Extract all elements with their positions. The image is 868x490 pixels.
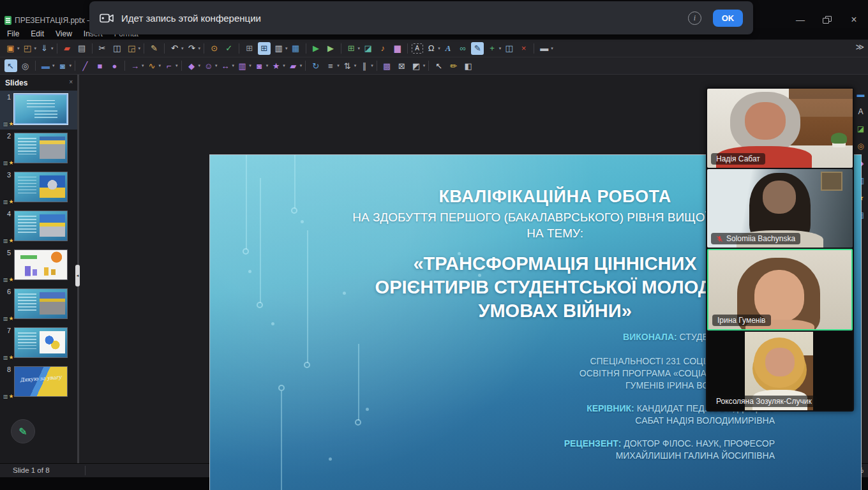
- connectors-icon[interactable]: ⌐: [163, 59, 176, 72]
- slide-thumbnail-row-3[interactable]: 3★: [0, 168, 77, 207]
- image-filter-dropdown-icon[interactable]: ▾: [423, 63, 426, 68]
- curves-and-polygons-icon[interactable]: ∿: [146, 59, 158, 72]
- undo-dropdown-icon[interactable]: ▾: [181, 46, 184, 51]
- callout-shapes-icon[interactable]: ◙: [253, 59, 266, 72]
- insert-media-icon[interactable]: ♪: [377, 42, 389, 55]
- crop-image-icon[interactable]: ⊠: [395, 59, 408, 72]
- toggle-extrusion-icon[interactable]: ◧: [462, 59, 475, 72]
- properties-icon[interactable]: ▬: [855, 89, 866, 100]
- slide-thumbnail-row-2[interactable]: 2★: [0, 130, 77, 168]
- symbol-shapes-dropdown-icon[interactable]: ▾: [215, 63, 218, 68]
- slide-thumbnail-8[interactable]: Дякую за увагу: [14, 366, 68, 397]
- slide-thumbnail-row-8[interactable]: 8★Дякую за увагу: [0, 363, 77, 402]
- shadow-icon[interactable]: ▩: [380, 59, 393, 72]
- align-objects-icon[interactable]: ≡: [324, 59, 337, 72]
- insert-line-icon[interactable]: ╱: [79, 59, 92, 72]
- 3d-objects-icon[interactable]: ▰: [287, 59, 299, 72]
- ellipse-icon[interactable]: ●: [108, 59, 121, 72]
- slide-thumbnail-7[interactable]: [14, 327, 68, 358]
- insert-chart-icon[interactable]: ▆: [391, 42, 404, 55]
- annotation-pencil-button[interactable]: ✎: [11, 419, 35, 443]
- navigator-icon[interactable]: ◎: [855, 141, 866, 151]
- insert-hyperlink-icon[interactable]: ∞: [456, 42, 469, 55]
- delete-slide-icon[interactable]: ×: [518, 42, 530, 55]
- arrange-objects-icon[interactable]: ⇅: [341, 59, 354, 72]
- line-color-icon[interactable]: ▬: [40, 59, 52, 72]
- line-color-dropdown-icon[interactable]: ▾: [52, 63, 55, 68]
- new-presentation-dropdown-icon[interactable]: ▾: [17, 46, 20, 51]
- slide-thumbnail-4[interactable]: [14, 211, 68, 241]
- open-file-icon[interactable]: ◰: [21, 42, 34, 55]
- cut-icon[interactable]: ✂: [96, 42, 108, 55]
- print-icon[interactable]: ▤: [75, 42, 88, 55]
- slide-thumbnail-row-6[interactable]: 6★: [0, 285, 77, 324]
- show-draw-functions-icon[interactable]: ✎: [471, 42, 484, 55]
- distribute-icon[interactable]: ∥: [358, 59, 371, 72]
- block-arrows-icon[interactable]: ↔: [219, 59, 232, 72]
- new-presentation-icon[interactable]: ▣: [4, 42, 17, 55]
- zoom-and-pan-icon[interactable]: ◎: [19, 59, 32, 72]
- find-and-replace-icon[interactable]: ⊙: [208, 42, 221, 55]
- callout-shapes-dropdown-icon[interactable]: ▾: [266, 63, 269, 68]
- new-slide-icon[interactable]: +: [486, 42, 498, 55]
- start-slideshow-current-icon[interactable]: ▶: [324, 42, 337, 55]
- connectors-dropdown-icon[interactable]: ▾: [176, 63, 178, 68]
- flowchart-shapes-icon[interactable]: ▥: [236, 59, 249, 72]
- rectangle-icon[interactable]: ■: [94, 59, 107, 72]
- slide-thumbnail-2[interactable]: [14, 133, 68, 163]
- image-filter-icon[interactable]: ◩: [410, 59, 423, 72]
- grid-icon[interactable]: ⊞: [243, 42, 256, 55]
- toolbar-overflow-icon[interactable]: ≫: [855, 42, 864, 52]
- master-slide-icon[interactable]: ▦: [289, 42, 302, 55]
- spelling-check-icon[interactable]: ✓: [223, 42, 236, 55]
- copy-icon[interactable]: ◫: [110, 42, 123, 55]
- slide-thumbnail-3[interactable]: [14, 172, 68, 202]
- flowchart-shapes-dropdown-icon[interactable]: ▾: [249, 63, 251, 68]
- distribute-dropdown-icon[interactable]: ▾: [371, 63, 373, 68]
- basic-shapes-dropdown-icon[interactable]: ▾: [198, 63, 201, 68]
- slide-thumbnail-1[interactable]: [14, 94, 68, 124]
- curves-and-polygons-dropdown-icon[interactable]: ▾: [159, 63, 161, 68]
- slide-layout-dropdown-icon[interactable]: ▾: [551, 46, 553, 51]
- character-styles-icon[interactable]: A: [855, 107, 866, 117]
- fill-color-icon[interactable]: ◙: [56, 59, 69, 72]
- duplicate-slide-icon[interactable]: ◫: [503, 42, 516, 55]
- slide-thumbnail-row-1[interactable]: 1★: [0, 91, 77, 130]
- save-dropdown-icon[interactable]: ▾: [51, 46, 54, 51]
- menu-edit[interactable]: Edit: [25, 29, 50, 38]
- video-tile-3[interactable]: Ірина Гуменів: [707, 249, 853, 330]
- align-objects-dropdown-icon[interactable]: ▾: [337, 63, 340, 68]
- arrange-objects-dropdown-icon[interactable]: ▾: [354, 63, 357, 68]
- star-shapes-dropdown-icon[interactable]: ▾: [283, 63, 285, 68]
- slide-thumbnail-row-7[interactable]: 7★: [0, 324, 77, 363]
- select-icon[interactable]: ↖: [4, 59, 17, 72]
- edit-points-icon[interactable]: ↖: [433, 59, 445, 72]
- insert-image-icon[interactable]: ◪: [362, 42, 375, 55]
- minimize-button[interactable]: —: [791, 13, 810, 26]
- panel-collapse-handle[interactable]: ◂: [75, 265, 80, 286]
- gallery-icon[interactable]: ◪: [855, 124, 866, 134]
- insert-textbox-icon[interactable]: A: [412, 43, 423, 54]
- video-tile-1[interactable]: Надія Сабат: [707, 89, 853, 168]
- slides-panel-close-icon[interactable]: ×: [69, 78, 73, 85]
- display-views-dropdown-icon[interactable]: ▾: [285, 46, 288, 51]
- new-slide-dropdown-icon[interactable]: ▾: [499, 46, 502, 51]
- insert-table-icon[interactable]: ⊞: [345, 42, 357, 55]
- special-character-dropdown-icon[interactable]: ▾: [438, 46, 440, 51]
- redo-icon[interactable]: ↷: [185, 42, 198, 55]
- start-slideshow-first-icon[interactable]: ▶: [310, 42, 322, 55]
- fontwork-icon[interactable]: A: [442, 42, 454, 55]
- snap-to-grid-icon[interactable]: ⊞: [258, 42, 271, 55]
- clone-formatting-icon[interactable]: ✎: [148, 42, 161, 55]
- undo-icon[interactable]: ↶: [168, 42, 181, 55]
- menu-view[interactable]: View: [50, 29, 78, 38]
- restore-button[interactable]: [818, 13, 837, 26]
- fill-color-dropdown-icon[interactable]: ▾: [70, 63, 72, 68]
- menu-file[interactable]: File: [1, 29, 25, 38]
- slide-thumbnail-row-4[interactable]: 4★: [0, 207, 77, 246]
- slide-thumbnail-6[interactable]: [14, 288, 68, 319]
- info-icon[interactable]: i: [688, 11, 701, 25]
- paste-dropdown-icon[interactable]: ▾: [138, 46, 141, 51]
- slide-thumbnail-row-5[interactable]: 5★: [0, 246, 77, 285]
- video-tile-2[interactable]: Solomiia Bachynska: [707, 169, 853, 248]
